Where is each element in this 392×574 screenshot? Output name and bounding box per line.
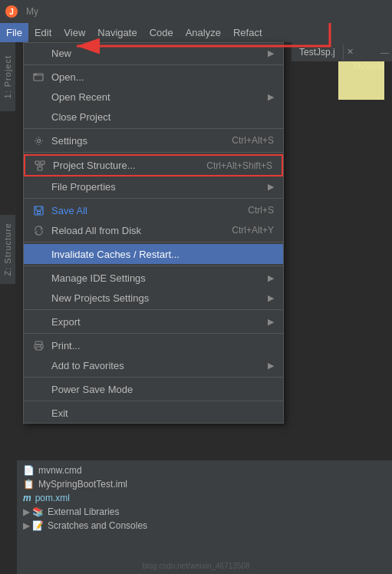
menu-open[interactable]: Open...	[24, 67, 283, 87]
ext-libs-icon: 📚	[32, 506, 44, 517]
project-structure-shortcut: Ctrl+Alt+Shift+S	[206, 160, 272, 171]
menu-reload-disk[interactable]: Reload All from Disk Ctrl+Alt+Y	[24, 220, 283, 240]
svg-rect-7	[38, 167, 42, 170]
reload-icon	[30, 226, 47, 236]
ext-libs-arrow-icon: ▶	[23, 506, 30, 517]
svg-rect-3	[34, 74, 37, 75]
new-projects-arrow-icon: ▶	[268, 293, 274, 303]
sep-10	[24, 401, 283, 401]
manage-ide-arrow-icon: ▶	[268, 273, 274, 283]
menu-open-recent[interactable]: Open Recent ▶	[24, 87, 283, 107]
menu-file[interactable]: File	[0, 23, 28, 42]
project-structure-icon	[31, 160, 48, 171]
tree-item-iml[interactable]: 📋 MySpringBootTest.iml	[17, 477, 392, 491]
title-text: My	[26, 6, 38, 17]
print-icon	[30, 341, 47, 351]
sep-8	[24, 333, 283, 334]
tree-item-mvnw[interactable]: 📄 mvnw.cmd	[17, 463, 392, 477]
scratches-arrow-icon: ▶	[23, 520, 30, 531]
structure-label: Z: Structure	[3, 223, 12, 275]
exit-label: Exit	[51, 407, 274, 419]
reload-label: Reload All from Disk	[51, 225, 216, 236]
save-all-label: Save All	[51, 205, 232, 216]
sep-6	[24, 266, 283, 266]
sidebar-structure[interactable]: Z: Structure	[0, 215, 15, 284]
close-tab-icon[interactable]: ✕	[347, 47, 354, 57]
pom-label: pom.xml	[35, 493, 70, 503]
watermark: blog.csdn.net/weixin_46713508	[142, 562, 249, 570]
ext-libs-label: External Libraries	[48, 506, 119, 517]
menu-navigate[interactable]: Navigate	[91, 23, 143, 42]
title-bar: J My	[0, 0, 392, 23]
menu-manage-ide[interactable]: Manage IDE Settings ▶	[24, 268, 283, 288]
print-label: Print...	[51, 340, 274, 351]
menu-view[interactable]: View	[58, 23, 91, 42]
svg-rect-10	[35, 341, 42, 345]
project-structure-label: Project Structure...	[53, 160, 191, 171]
app-icon: J	[0, 0, 23, 23]
export-label: Export	[51, 316, 262, 328]
menu-save-all[interactable]: Save All Ctrl+S	[24, 200, 283, 220]
iml-label: MySpringBootTest.iml	[38, 479, 127, 490]
svg-point-4	[37, 139, 40, 142]
svg-rect-9	[37, 211, 40, 213]
new-label: New	[51, 48, 262, 59]
menu-exit[interactable]: Exit	[24, 403, 283, 423]
menu-analyze[interactable]: Analyze	[180, 23, 227, 42]
tab-label: TestJsp.j	[299, 47, 335, 58]
maven-icon: m	[23, 493, 31, 503]
open-recent-arrow-icon: ▶	[268, 92, 274, 102]
settings-label: Settings	[51, 135, 216, 147]
menu-edit[interactable]: Edit	[28, 23, 58, 42]
svg-rect-13	[40, 345, 41, 346]
menu-refact[interactable]: Refact	[227, 23, 268, 42]
menu-new-projects[interactable]: New Projects Settings ▶	[24, 288, 283, 308]
invalidate-label: Invalidate Caches / Restart...	[51, 249, 274, 260]
minimize-icon[interactable]: —	[380, 48, 389, 57]
open-icon	[30, 71, 47, 82]
menu-new[interactable]: New ▶	[24, 43, 283, 63]
menu-add-favorites[interactable]: Add to Favorites ▶	[24, 355, 283, 375]
svg-rect-5	[35, 161, 39, 164]
sep-7	[24, 309, 283, 310]
sep-1	[24, 64, 283, 65]
new-projects-label: New Projects Settings	[51, 292, 262, 304]
tree-item-scratches[interactable]: ▶ 📝 Scratches and Consoles	[17, 519, 392, 533]
export-arrow-icon: ▶	[268, 317, 274, 327]
tree-item-pom[interactable]: m pom.xml	[17, 491, 392, 505]
menu-print[interactable]: Print...	[24, 335, 283, 355]
reload-shortcut: Ctrl+Alt+Y	[232, 225, 274, 236]
menu-bar: File Edit View Navigate Code Analyze Ref…	[0, 23, 392, 42]
tree-item-ext-libs[interactable]: ▶ 📚 External Libraries	[17, 505, 392, 519]
mvnw-icon: 📄	[23, 465, 35, 476]
menu-file-properties[interactable]: File Properties ▶	[24, 176, 283, 196]
open-label: Open...	[51, 71, 274, 83]
menu-export[interactable]: Export ▶	[24, 312, 283, 332]
save-all-shortcut: Ctrl+S	[248, 205, 274, 216]
editor-tab[interactable]: TestJsp.j	[292, 45, 344, 60]
menu-code[interactable]: Code	[143, 23, 180, 42]
power-save-label: Power Save Mode	[51, 384, 274, 395]
menu-close-project[interactable]: Close Project	[24, 107, 283, 127]
scratches-label: Scratches and Consoles	[48, 520, 147, 531]
svg-text:J: J	[9, 8, 14, 16]
sidebar-project[interactable]: 1: Project	[0, 42, 15, 111]
menu-settings[interactable]: Settings Ctrl+Alt+S	[24, 130, 283, 150]
sep-3	[24, 152, 283, 153]
menu-power-save[interactable]: Power Save Mode	[24, 379, 283, 399]
menu-project-structure[interactable]: Project Structure... Ctrl+Alt+Shift+S	[24, 154, 283, 176]
file-dropdown-menu: New ▶ Open... Open Recent ▶ Close Projec…	[23, 42, 284, 424]
iml-icon: 📋	[23, 479, 35, 490]
menu-invalidate[interactable]: Invalidate Caches / Restart...	[24, 244, 283, 264]
svg-rect-12	[36, 347, 41, 350]
sticky-note	[338, 61, 384, 100]
settings-icon	[30, 136, 47, 146]
close-project-label: Close Project	[51, 111, 274, 123]
scratches-icon: 📝	[32, 520, 44, 531]
sep-5	[24, 242, 283, 242]
manage-ide-label: Manage IDE Settings	[51, 272, 262, 284]
sep-2	[24, 128, 283, 129]
editor-tab-area: TestJsp.j ✕ —	[292, 42, 392, 61]
file-tree: 📄 mvnw.cmd 📋 MySpringBootTest.iml m pom.…	[17, 460, 392, 574]
sep-9	[24, 377, 283, 378]
